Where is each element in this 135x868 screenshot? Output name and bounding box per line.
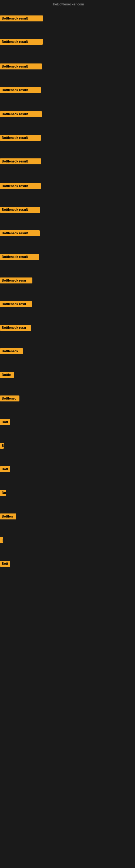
bottleneck-badge-9: Bottleneck result <box>0 207 40 213</box>
bottleneck-badge-22: Bottlen <box>0 514 16 520</box>
bottleneck-badge-14: Bottleneck resu <box>0 325 31 331</box>
bottleneck-badge-1: Bottleneck result <box>0 16 43 22</box>
bottleneck-badge-4: Bottleneck result <box>0 87 41 93</box>
bottleneck-badge-2: Bottleneck result <box>0 39 43 45</box>
bottleneck-badge-16: Bottle <box>0 372 14 378</box>
bottleneck-badge-11: Bottleneck result <box>0 254 39 260</box>
bottleneck-badge-5: Bottleneck result <box>0 111 42 117</box>
bottleneck-badge-6: Bottleneck result <box>0 135 41 141</box>
bottleneck-badge-19: B <box>0 443 4 448</box>
bottleneck-badge-8: Bottleneck result <box>0 183 41 189</box>
bottleneck-badge-20: Bott <box>0 466 10 472</box>
bottleneck-badge-24: Bott <box>0 561 10 567</box>
bottleneck-badge-3: Bottleneck result <box>0 63 42 69</box>
bottleneck-badge-21: Bo <box>0 490 6 496</box>
bottleneck-badge-23: | <box>0 537 3 543</box>
bottleneck-badge-13: Bottleneck resu <box>0 301 32 307</box>
site-title: TheBottlenecker.com <box>51 2 84 6</box>
bottleneck-badge-18: Bott <box>0 419 10 425</box>
bottleneck-badge-12: Bottleneck resu <box>0 278 32 283</box>
bottleneck-badge-10: Bottleneck result <box>0 230 40 236</box>
bottleneck-badge-15: Bottleneck <box>0 348 23 354</box>
bottleneck-badge-7: Bottleneck result <box>0 158 41 164</box>
bottleneck-badge-17: Bottlenec <box>0 396 19 401</box>
